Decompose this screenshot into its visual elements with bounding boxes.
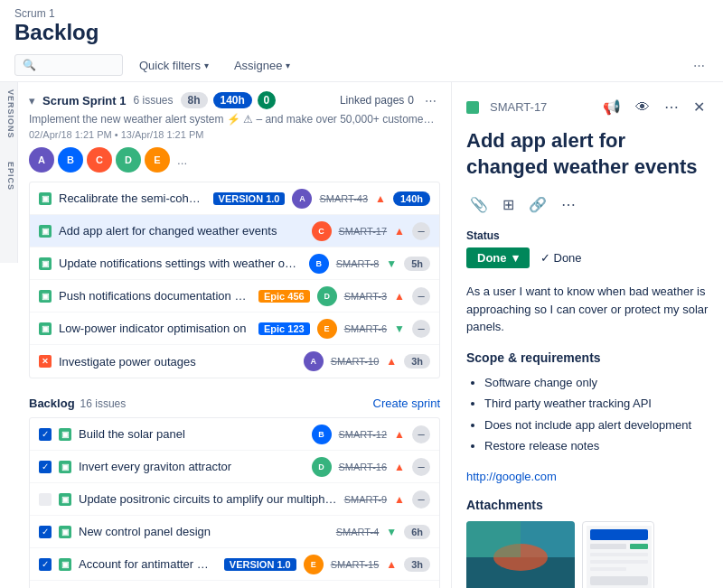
watch-icon[interactable]: 👁	[632, 98, 653, 117]
issue-title: Recalibrate the semi-coherer	[59, 191, 206, 205]
table-row[interactable]: ▣ Update notifications settings with wea…	[30, 247, 439, 280]
sprint-badge-140h: 140h	[213, 92, 252, 108]
issue-type-icon	[466, 101, 479, 114]
issue-id: SMART-3	[344, 291, 387, 302]
svg-rect-5	[590, 529, 648, 540]
notify-icon[interactable]: 📢	[599, 97, 624, 117]
avatar: B	[309, 254, 329, 274]
main-content: VERSIONS EPICS ▾ Scrum Sprint 1 6 issues…	[0, 82, 723, 588]
dash-badge: –	[412, 287, 430, 305]
table-row[interactable]: ▣ Update positronic circuits to amplify …	[30, 483, 439, 516]
detail-link[interactable]: http://google.com	[466, 470, 709, 483]
list-item: Software change only	[484, 374, 709, 392]
quick-filters-label: Quick filters	[139, 59, 201, 72]
status-label: Status	[466, 229, 709, 242]
time-badge: 3h	[404, 557, 430, 572]
issue-type-story: ▣	[59, 526, 71, 538]
table-row[interactable]: ▣ Push notifications documentation upd E…	[30, 280, 439, 313]
list-item: Restore release notes	[484, 437, 709, 455]
backlog-header: Backlog 16 issues Create sprint	[29, 397, 440, 410]
issue-id: SMART-8	[336, 258, 379, 269]
table-row[interactable]: ✕ Investigate power outages A SMART-10 ▲…	[30, 345, 439, 378]
issue-id: SMART-15	[331, 559, 380, 570]
sprint-more-button[interactable]: ⋯	[421, 92, 440, 109]
more-icon[interactable]: ⋯	[661, 97, 682, 117]
sprint-dates: 02/Apr/18 1:21 PM • 13/Apr/18 1:21 PM	[29, 129, 440, 140]
table-row[interactable]: ▣ Add app alert for changed weather even…	[30, 215, 439, 247]
checkbox[interactable]	[39, 428, 52, 441]
breadcrumb: Scrum 1	[14, 7, 709, 20]
issue-title: Low-power indicator optimisation on	[59, 322, 251, 335]
sprint-header: ▾ Scrum Sprint 1 6 issues 8h 140h 0 Link…	[29, 91, 440, 109]
link-icon[interactable]: 🔗	[525, 194, 550, 215]
avatar: A	[292, 189, 312, 209]
issue-type-story: ▣	[39, 257, 52, 270]
avatar: B	[58, 147, 83, 173]
sprint-description: Implement the new weather alert system ⚡…	[29, 113, 436, 126]
avatar: A	[304, 351, 324, 371]
quick-filters-button[interactable]: Quick filters ▾	[130, 55, 218, 76]
issue-id: SMART-9	[344, 494, 387, 505]
status-value: Done	[477, 251, 507, 265]
table-row[interactable]: ▣ Recalibrate the semi-coherer VERSION 1…	[30, 182, 439, 215]
detail-title: Add app alert for changed weather events	[466, 128, 709, 180]
sprint-toggle[interactable]: ▾	[29, 94, 35, 107]
sprint-badge-8h: 8h	[181, 92, 208, 108]
child-issue-icon[interactable]: ⊞	[499, 194, 518, 215]
issue-title: Add app alert for changed weather events	[59, 224, 305, 238]
backlog-section: Backlog 16 issues Create sprint ▣ Build …	[18, 387, 451, 588]
issue-title: Update positronic circuits to amplify ou…	[79, 492, 337, 506]
table-row[interactable]: ▣ New control panel design SMART-4 ▼ 6h	[30, 516, 439, 548]
checkbox[interactable]	[39, 558, 52, 571]
table-row[interactable]: ▣ Build the solar panel B SMART-12 ▲ –	[30, 418, 439, 451]
priority-down-icon: ▼	[386, 526, 397, 538]
table-row[interactable]: ▣ Invert every graviton attractor D SMAR…	[30, 451, 439, 483]
linked-pages: Linked pages 0	[340, 94, 414, 107]
more-options-button[interactable]: ⋯	[690, 57, 709, 74]
list-item: Does not include app alert development	[484, 416, 709, 434]
dash-badge: –	[412, 490, 430, 509]
svg-rect-8	[590, 553, 648, 556]
status-done: ✓ Done	[540, 251, 582, 265]
issue-title: Build the solar panel	[79, 427, 305, 441]
attachment-thumb[interactable]	[466, 521, 575, 588]
issue-type-story: ▣	[59, 493, 71, 506]
search-icon: 🔍	[23, 59, 36, 71]
check-icon: ✓	[540, 251, 550, 265]
table-row[interactable]: ▣ Low-power indicator optimisation on Ep…	[30, 313, 439, 345]
table-row[interactable]: ▣ Account for antimatter modulato VERSIO…	[30, 548, 439, 581]
search-box[interactable]: 🔍	[14, 54, 123, 76]
more-actions-icon[interactable]: ⋯	[558, 194, 579, 215]
dash-badge: –	[412, 320, 430, 338]
issue-title: Account for antimatter modulato	[79, 557, 217, 571]
create-sprint-button[interactable]: Create sprint	[373, 397, 440, 410]
detail-toolbar: 📎 ⊞ 🔗 ⋯	[466, 194, 709, 215]
dash-badge: –	[412, 458, 430, 476]
scope-list: Software change only Third party weather…	[466, 374, 709, 455]
checkbox[interactable]	[39, 526, 52, 538]
issue-type-story: ▣	[39, 290, 52, 303]
backlog-issue-list: ▣ Build the solar panel B SMART-12 ▲ – ▣	[29, 417, 440, 588]
close-icon[interactable]: ✕	[690, 97, 709, 117]
time-badge: 6h	[404, 525, 430, 539]
priority-down-icon: ▼	[386, 257, 397, 270]
assignee-button[interactable]: Assignee ▾	[225, 55, 299, 76]
versions-label: VERSIONS	[0, 82, 18, 154]
status-button[interactable]: Done ▾	[466, 247, 530, 268]
sprint-issue-list: ▣ Recalibrate the semi-coherer VERSION 1…	[29, 182, 440, 378]
checkbox[interactable]	[39, 461, 52, 473]
search-input[interactable]	[42, 59, 114, 71]
attachment-thumb-small[interactable]	[582, 521, 654, 588]
table-row[interactable]: ▣ Run full diagnostic on B-model power a…	[30, 581, 439, 588]
checkbox[interactable]	[39, 493, 52, 506]
description: As a user I want to know when bad weathe…	[466, 283, 709, 336]
right-panel: SMART-17 📢 👁 ⋯ ✕ Add app alert for chang…	[452, 82, 723, 588]
svg-rect-7	[630, 544, 648, 549]
backlog-count: 16 issues	[80, 397, 127, 410]
avatar: B	[312, 425, 332, 444]
attach-icon[interactable]: 📎	[466, 194, 492, 215]
issue-title: Invert every graviton attractor	[79, 460, 305, 473]
issue-id: SMART-12	[339, 429, 388, 440]
avatars-more-button[interactable]: ...	[174, 147, 191, 173]
issue-id: SMART-6	[344, 323, 387, 334]
